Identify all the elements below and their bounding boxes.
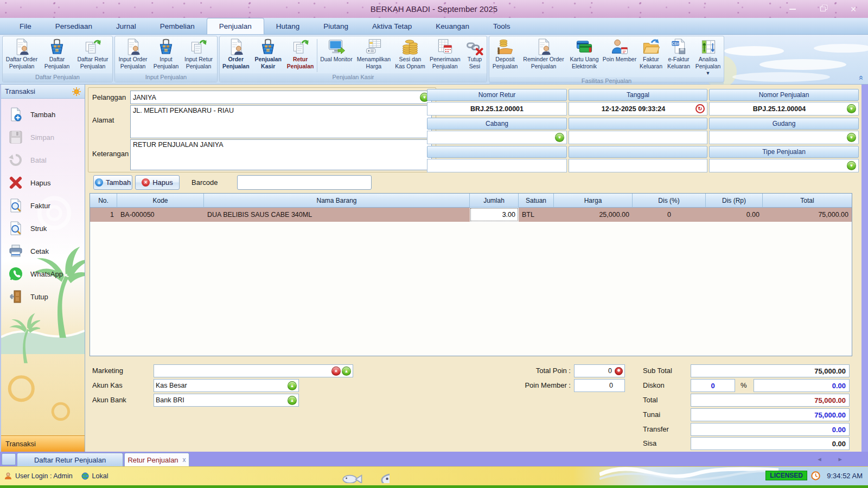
barcode-input[interactable] — [237, 175, 372, 190]
ribbon-item-menampilkan-harga[interactable]: Menampilkan Harga — [354, 38, 394, 70]
sidebar-item-tambah[interactable]: Tambah — [1, 103, 85, 126]
window-right-border — [861, 85, 868, 452]
ribbon-item-penerimaan-penjualan[interactable]: Penerimaan Penjualan — [427, 38, 463, 70]
broken-link-icon — [465, 38, 484, 55]
nomor-penjualan-dropdown-button[interactable]: ▼ — [847, 104, 856, 113]
ribbon-item-dual-monitor[interactable]: Dual Monitor — [318, 38, 354, 63]
document-person-icon — [534, 38, 553, 55]
ribbon-item-retur-penjualan[interactable]: Retur Penjualan — [285, 38, 316, 70]
poin-member-field[interactable]: 0 — [574, 379, 625, 392]
menu-file[interactable]: File — [8, 18, 43, 34]
sidebar-item-tutup[interactable]: Tutup — [1, 285, 85, 308]
alamat-field[interactable]: JL. MELATI PEKANBARU - RIAU — [130, 105, 432, 138]
blank-header — [569, 146, 707, 158]
ribbon-collapse-icon[interactable]: « — [857, 75, 866, 80]
add-document-icon — [9, 107, 23, 121]
menu-jurnal[interactable]: Jurnal — [104, 18, 148, 34]
nomor-penjualan-value[interactable]: BPJ.25.12.00004 ▼ — [709, 102, 859, 115]
tunai-field[interactable]: 75,000.00 — [691, 408, 850, 421]
menu-pembelian[interactable]: Pembelian — [148, 18, 207, 34]
sidebar-item-cetak[interactable]: Cetak — [1, 240, 85, 262]
sub-total-label: Sub Total — [643, 367, 672, 375]
tipe-penjualan-value[interactable]: ▼ — [709, 159, 859, 172]
diskon-persen-field[interactable]: 0 — [691, 379, 735, 392]
ribbon-item-tutup-sesi[interactable]: Tutup Sesi — [463, 38, 486, 70]
sidebar-item-faktur[interactable]: Faktur — [1, 194, 85, 217]
tab-list-button[interactable] — [2, 453, 16, 465]
exit-door-icon — [9, 290, 23, 304]
ribbon-item-reminder-order-penjualan[interactable]: Reminder Order Penjualan — [520, 38, 567, 70]
akun-bank-select-button[interactable]: ▲ — [288, 396, 297, 405]
nomor-retur-value[interactable]: BRJ.25.12.00001 — [427, 102, 567, 115]
transfer-field[interactable]: 0.00 — [691, 423, 850, 436]
akun-kas-field[interactable]: Kas Besar ▲ — [154, 379, 299, 392]
close-button[interactable]: ✕ — [846, 4, 860, 15]
tab-scroll-arrows[interactable]: ◂ ▸ — [818, 455, 850, 463]
menu-persediaan[interactable]: Persediaan — [43, 18, 104, 34]
tab-daftar-retur-penjualan[interactable]: Daftar Retur Penjualan — [17, 453, 123, 466]
sidebar-footer-transaksi[interactable]: Transaksi — [1, 435, 85, 452]
ribbon-item-input-order-penjualan[interactable]: Input Order Penjualan — [116, 38, 150, 70]
ribbon-item-input-penjualan[interactable]: Input Penjualan — [150, 38, 182, 70]
user-login-text: User Login : Admin — [15, 472, 73, 480]
tunai-label: Tunai — [643, 410, 660, 419]
menu-tools[interactable]: Tools — [481, 18, 522, 34]
ribbon-item-daftar-retur-penjualan[interactable]: Daftar Retur Penjualan — [74, 38, 112, 70]
sidebar-item-struk[interactable]: Struk — [1, 217, 85, 240]
ribbon-item-daftar-order-penjualan[interactable]: Daftar Order Penjualan — [3, 38, 40, 70]
cabang-value[interactable]: ▼ — [427, 131, 567, 144]
basket-icon — [157, 38, 175, 55]
minimize-button[interactable] — [786, 4, 800, 15]
marketing-clear-button[interactable]: ✕ — [331, 367, 341, 376]
whatsapp-icon — [9, 267, 23, 281]
ribbon-item-penjualan-kasir[interactable]: Penjualan Kasir — [252, 38, 285, 70]
cell-jumlah-editor[interactable]: 3.00 — [470, 208, 519, 222]
restore-button[interactable] — [816, 4, 830, 15]
marketing-field[interactable]: ✕ ▲ — [154, 364, 353, 377]
tambah-row-button[interactable]: + Tambah — [93, 175, 132, 190]
tab-close-icon[interactable]: x — [183, 456, 186, 464]
menu-piutang[interactable]: Piutang — [311, 18, 360, 34]
sidebar-item-whatsapp[interactable]: WhatsApp — [1, 262, 85, 285]
menu-aktiva-tetap[interactable]: Aktiva Tetap — [360, 18, 424, 34]
table-row[interactable]: 1 BA-000050 DUA BELIBIS SAUS CABE 340ML … — [90, 208, 852, 222]
tanggal-refresh-button[interactable]: ↻ — [695, 104, 705, 113]
pelanggan-field[interactable]: JANIYA ▼ — [130, 91, 432, 104]
ribbon-item-analisa-penjualan[interactable]: Analisa Penjualan ▾ — [693, 38, 723, 77]
ribbon-item-deposit-penjualan[interactable]: Deposit Penjualan — [490, 38, 520, 70]
menu-penjualan[interactable]: Penjualan — [207, 18, 264, 34]
gudang-dropdown-button[interactable]: ▼ — [847, 133, 856, 142]
blank-header — [569, 118, 707, 130]
akun-bank-field[interactable]: Bank BRI ▲ — [154, 394, 299, 407]
ribbon-item-order-penjualan[interactable]: Order Penjualan — [220, 38, 252, 70]
user-icon — [4, 472, 12, 480]
marketing-select-button[interactable]: ▲ — [342, 367, 351, 376]
sidebar-item-hapus[interactable]: Hapus — [1, 171, 85, 194]
ribbon-item-kartu-uang-elektronik[interactable]: Kartu Uang Elektronik — [567, 38, 602, 70]
menu-hutang[interactable]: Hutang — [264, 18, 312, 34]
sun-icon[interactable] — [72, 87, 81, 96]
gudang-value[interactable]: ▼ — [709, 131, 859, 144]
diskon-value-field[interactable]: 0.00 — [754, 379, 850, 392]
ribbon-item-faktur-keluaran[interactable]: Faktur Keluaran — [637, 38, 665, 70]
ribbon-item-e-faktur-keluaran[interactable]: e-Faktur Keluaran — [665, 38, 693, 70]
basket-icon — [48, 38, 66, 55]
ribbon-item-sesi-dan-kas-opnam[interactable]: Sesi dan Kas Opnam — [393, 38, 426, 70]
tab-retur-penjualan[interactable]: Retur Penjualan x — [124, 453, 189, 466]
ribbon-item-input-retur-penjualan[interactable]: Input Retur Penjualan — [182, 38, 215, 70]
total-poin-refresh-icon[interactable] — [615, 367, 623, 375]
ribbon-item-poin-member[interactable]: Poin Member — [602, 38, 637, 63]
total-poin-field[interactable]: 0 — [574, 364, 625, 377]
hapus-row-button[interactable]: ✕ Hapus — [135, 175, 180, 190]
ribbon-item-daftar-penjualan[interactable]: Daftar Penjualan — [40, 38, 74, 70]
akun-kas-select-button[interactable]: ▲ — [288, 381, 297, 390]
keterangan-field[interactable]: RETUR PENJUALAN JANIYA — [130, 139, 432, 170]
tipe-penjualan-dropdown-button[interactable]: ▼ — [847, 161, 856, 170]
cabang-dropdown-button[interactable]: ▼ — [555, 133, 564, 142]
tanggal-value[interactable]: 12-12-2025 09:33:24 ↻ — [569, 102, 707, 115]
minimize-icon — [789, 9, 796, 10]
receipt-preview-icon — [9, 221, 23, 235]
main-panel: Pelanggan JANIYA ▼ Alamat JL. MELATI PEK… — [85, 85, 861, 452]
menu-keuangan[interactable]: Keuangan — [424, 18, 481, 34]
fish-decoration — [319, 470, 390, 483]
